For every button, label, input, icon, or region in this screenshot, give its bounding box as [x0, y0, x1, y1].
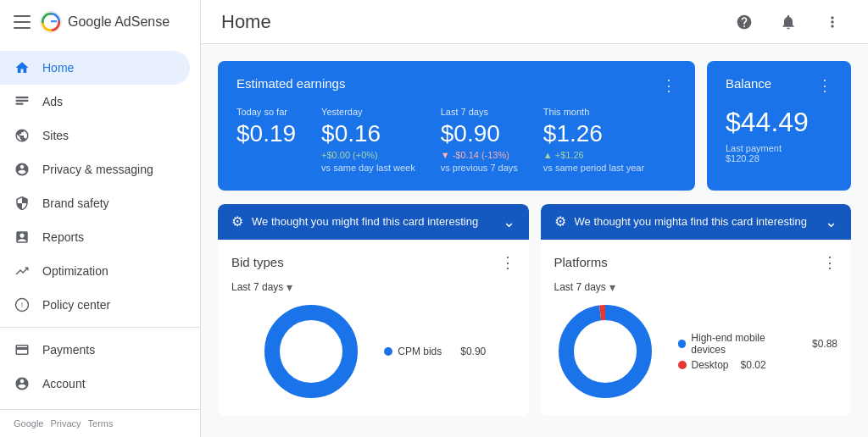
brand-safety-icon	[14, 195, 31, 212]
yesterday-change: +$0.00 (+0%)	[321, 150, 378, 160]
notifications-button[interactable]	[773, 7, 804, 37]
earnings-thismonth: This month $1.26 ▲ +$1.26 vs same period…	[543, 107, 644, 175]
legend-label-desktop: Desktop	[692, 359, 729, 371]
banner-left: ⚙ We thought you might find this card in…	[231, 213, 478, 230]
sidebar-label-reports: Reports	[42, 230, 84, 244]
estimated-earnings-card: Estimated earnings ⋮ Today so far $0.19 …	[218, 61, 695, 191]
balance-menu-button[interactable]: ⋮	[817, 76, 832, 95]
sidebar-footer: Google Privacy Terms	[0, 409, 200, 437]
platforms-card-header: Platforms ⋮	[554, 253, 838, 272]
ads-icon	[14, 93, 31, 110]
svg-rect-4	[16, 103, 24, 105]
7days-sub: ▼ -$0.14 (-13%) vs previous 7 days	[441, 149, 518, 175]
bid-title: Bid types	[231, 255, 284, 269]
account-icon	[14, 375, 31, 392]
footer-link-terms[interactable]: Terms	[88, 418, 114, 429]
policy-icon: !	[14, 296, 31, 313]
sidebar-item-ads[interactable]: Ads	[0, 85, 190, 119]
page-title: Home	[221, 11, 271, 33]
bid-types-card: ⚙ We thought you might find this card in…	[218, 204, 529, 416]
sidebar-label-payments: Payments	[42, 343, 95, 357]
bid-chart-area: CPM bids $0.90	[231, 301, 515, 402]
topbar: Home	[201, 0, 868, 44]
platforms-chart-body: Platforms ⋮ Last 7 days ▾	[541, 240, 852, 416]
sidebar-item-payments[interactable]: Payments	[0, 333, 190, 367]
sidebar-item-reports[interactable]: Reports	[0, 220, 190, 254]
platforms-banner-text: We thought you mighta find this card int…	[575, 215, 807, 228]
balance-sub-label: Last payment	[726, 143, 782, 153]
earnings-7days: Last 7 days $0.90 ▼ -$0.14 (-13%) vs pre…	[441, 107, 518, 175]
legend-dot-desktop	[678, 361, 687, 369]
platforms-chart-area: High-end mobile devices $0.88 Desktop $0…	[554, 301, 838, 402]
privacy-icon	[14, 161, 31, 178]
yesterday-value: $0.16	[321, 120, 415, 147]
sidebar-label-sites: Sites	[42, 129, 69, 142]
platforms-period-label: Last 7 days	[554, 281, 606, 293]
balance-title: Balance	[726, 76, 771, 91]
topbar-actions	[729, 7, 848, 37]
info-icon: ⚙	[231, 213, 243, 230]
bid-types-banner: ⚙ We thought you might find this card in…	[218, 204, 529, 240]
platforms-info-icon: ⚙	[554, 213, 566, 230]
legend-label-cpm: CPM bids	[398, 346, 442, 357]
legend-item-cpm: CPM bids $0.90	[384, 346, 486, 357]
sidebar-item-policy-center[interactable]: ! Policy center	[0, 288, 190, 322]
bid-period-selector[interactable]: Last 7 days ▾	[231, 280, 292, 294]
footer-link-privacy[interactable]: Privacy	[50, 418, 81, 429]
menu-button[interactable]	[14, 14, 31, 30]
sidebar-item-brand-safety[interactable]: Brand safety	[0, 186, 190, 220]
reports-icon	[14, 229, 31, 246]
platforms-banner-left: ⚙ We thought you mighta find this card i…	[554, 213, 807, 230]
card-header-earnings: Estimated earnings ⋮	[236, 76, 676, 95]
content-area: Estimated earnings ⋮ Today so far $0.19 …	[201, 44, 868, 437]
yesterday-label: Yesterday	[321, 107, 415, 117]
home-icon	[14, 59, 31, 76]
sidebar: Google AdSense Home Ads Sites	[0, 0, 201, 437]
earnings-today: Today so far $0.19	[236, 107, 296, 175]
7days-label: Last 7 days	[441, 107, 518, 117]
sidebar-item-home[interactable]: Home	[0, 51, 190, 85]
charts-row: ⚙ We thought you might find this card in…	[218, 204, 851, 416]
legend-label-mobile: High-end mobile devices	[691, 332, 800, 356]
app-name: Google AdSense	[68, 14, 170, 30]
yesterday-sub: +$0.00 (+0%) vs same day last week	[321, 149, 415, 175]
logo: Google AdSense	[39, 10, 170, 34]
7days-value: $0.90	[441, 120, 518, 147]
month-change: ▲ +$1.26	[543, 150, 584, 160]
platforms-expand-button[interactable]: ⌄	[825, 213, 837, 231]
today-value: $0.19	[236, 120, 296, 147]
earnings-yesterday: Yesterday $0.16 +$0.00 (+0%) vs same day…	[321, 107, 415, 175]
earnings-row: Estimated earnings ⋮ Today so far $0.19 …	[218, 61, 851, 191]
sidebar-nav: Home Ads Sites Privacy & messaging	[0, 44, 200, 409]
footer-link-google[interactable]: Google	[14, 418, 43, 429]
optimization-icon	[14, 263, 31, 279]
more-options-button[interactable]	[817, 7, 848, 37]
legend-dot-cpm	[384, 347, 392, 356]
earnings-menu-button[interactable]: ⋮	[661, 76, 676, 95]
sidebar-item-privacy-messaging[interactable]: Privacy & messaging	[0, 152, 190, 186]
help-button[interactable]	[729, 7, 760, 37]
legend-dot-mobile	[678, 340, 687, 348]
earnings-grid: Today so far $0.19 Yesterday $0.16 +$0.0…	[236, 107, 676, 175]
platforms-period-selector[interactable]: Last 7 days ▾	[554, 280, 615, 294]
balance-value: $44.49	[726, 107, 832, 138]
sidebar-item-sites[interactable]: Sites	[0, 119, 190, 152]
sidebar-label-optimization: Optimization	[42, 264, 108, 278]
balance-sub-value: $120.28	[726, 153, 760, 163]
legend-item-desktop: Desktop $0.02	[678, 359, 838, 371]
month-label: This month	[543, 107, 644, 117]
sidebar-item-account[interactable]: Account	[0, 367, 190, 401]
platforms-menu-button[interactable]: ⋮	[822, 253, 837, 272]
month-comparison: vs same period last year	[543, 163, 644, 173]
sidebar-label-ads: Ads	[42, 95, 63, 108]
sidebar-label-policy: Policy center	[42, 298, 110, 312]
bid-expand-button[interactable]: ⌄	[503, 213, 515, 231]
svg-rect-1	[51, 20, 57, 22]
bid-period-arrow: ▾	[287, 280, 292, 294]
sidebar-item-optimization[interactable]: Optimization	[0, 254, 190, 288]
bid-menu-button[interactable]: ⋮	[500, 253, 515, 272]
platforms-banner: ⚙ We thought you mighta find this card i…	[541, 204, 852, 240]
sites-icon	[14, 127, 31, 144]
balance-card: Balance ⋮ $44.49 Last payment $120.28	[707, 61, 851, 191]
payments-icon	[14, 341, 31, 358]
